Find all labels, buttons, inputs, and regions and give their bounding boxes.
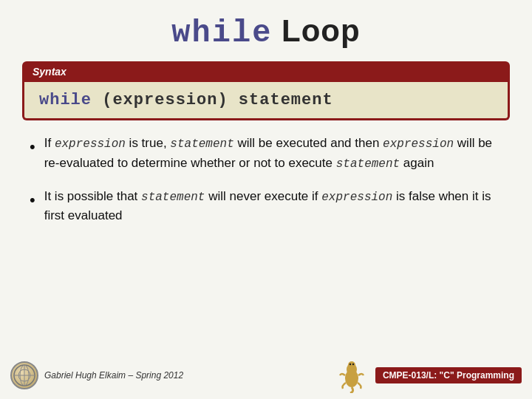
code-expression-1: expression [55,137,126,151]
footer-course: CMPE-013/L: "C" Programming [375,367,522,383]
bullet-item-1: • If expression is true, statement will … [30,134,502,174]
svg-point-7 [348,361,355,369]
university-logo [10,361,38,389]
bullet-text-2: It is possible that statement will never… [44,187,502,226]
code-expression-2: expression [383,137,454,151]
footer-left: Gabriel Hugh Elkaim – Spring 2012 [10,361,183,389]
bullet-dot-2: • [30,188,35,213]
title-code-part: while [171,16,272,51]
title-area: while Loop [22,7,510,61]
syntax-section: Syntax while (expression) statement [22,61,510,134]
code-statement-2: statement [336,157,400,171]
logo-svg [13,364,36,387]
code-statement-1: statement [170,137,233,151]
syntax-code-line: while (expression) statement [39,91,333,109]
syntax-keyword: while [39,91,92,109]
slide: while Loop Syntax while (expression) sta… [0,0,532,399]
footer-right-area: CMPE-013/L: "C" Programming [334,358,522,393]
code-expression-3: expression [321,191,392,204]
mascot-icon [334,358,369,393]
title-normal-part: Loop [272,13,360,48]
bullet-section: • If expression is true, statement will … [22,134,510,239]
code-statement-3: statement [141,191,205,204]
bullet-dot-1: • [30,134,35,160]
footer-author: Gabriel Hugh Elkaim – Spring 2012 [44,370,183,381]
svg-point-9 [352,364,354,365]
footer: Gabriel Hugh Elkaim – Spring 2012 [0,358,532,393]
syntax-label-bar: Syntax [22,61,510,82]
syntax-content-box: while (expression) statement [22,82,510,120]
syntax-label: Syntax [33,66,66,78]
bullet-text-1: If expression is true, statement will be… [44,134,502,174]
svg-point-8 [349,364,351,365]
bullet-item-2: • It is possible that statement will nev… [30,187,502,226]
